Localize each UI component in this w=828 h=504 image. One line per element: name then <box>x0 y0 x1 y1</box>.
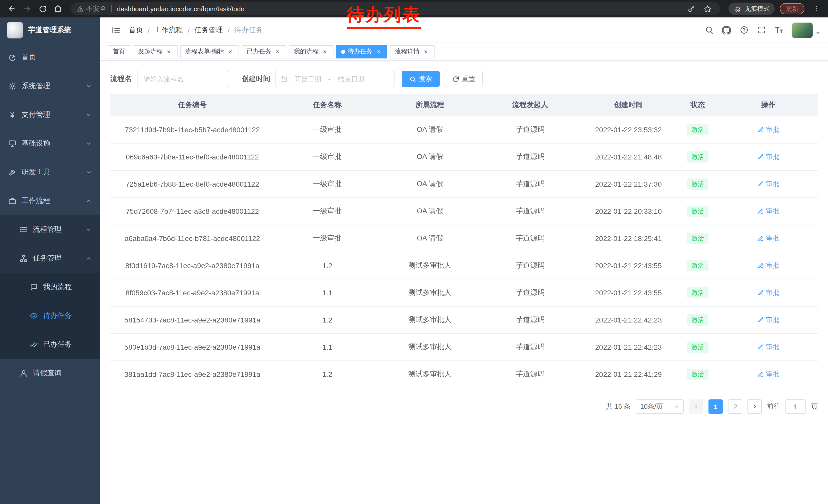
cell-actions: 审批 <box>719 198 818 225</box>
cell-task-id: 381aa1dd-7ac8-11ec-a9e2-a2380e71991a <box>110 361 275 388</box>
close-tab-icon[interactable]: × <box>165 48 172 55</box>
tab-start-process[interactable]: 发起流程 × <box>133 45 177 58</box>
page-button-2[interactable]: 2 <box>728 400 742 414</box>
approve-button[interactable]: 审批 <box>758 370 779 379</box>
page-size-select[interactable]: 10条/页 <box>636 400 684 414</box>
cell-status: 激活 <box>676 225 719 252</box>
sidebar-item-leave-query[interactable]: 请假查询 <box>0 359 100 387</box>
sidebar-collapse-icon[interactable] <box>107 21 125 39</box>
font-size-icon[interactable] <box>771 22 787 38</box>
fullscreen-icon[interactable] <box>753 22 770 38</box>
end-date-input[interactable] <box>332 75 371 83</box>
tab-done-tasks[interactable]: 已办任务 × <box>242 45 286 58</box>
avatar-caret-icon[interactable] <box>815 30 821 36</box>
approve-button[interactable]: 审批 <box>758 152 779 162</box>
close-tab-icon[interactable]: × <box>321 48 328 55</box>
approve-button[interactable]: 审批 <box>758 315 779 325</box>
prev-page-button[interactable] <box>689 400 703 414</box>
incognito-badge: 无痕模式 <box>729 3 775 15</box>
approve-button[interactable]: 审批 <box>758 234 779 243</box>
tab-todo-tasks[interactable]: 待办任务 × <box>336 45 387 58</box>
sidebar-item-task-management[interactable]: 任务管理 <box>0 244 100 273</box>
not-secure-warning[interactable]: 不安全 <box>77 4 106 13</box>
bookmark-star-icon[interactable] <box>701 2 714 15</box>
status-badge: 激活 <box>687 233 708 244</box>
approve-button[interactable]: 审批 <box>758 261 779 270</box>
sidebar-item-done-tasks[interactable]: 已办任务 <box>0 330 100 359</box>
close-tab-icon[interactable]: × <box>375 48 382 55</box>
close-tab-icon[interactable]: × <box>227 48 234 55</box>
cell-task-id: 8f059c03-7ac8-11ec-a9e2-a2380e71991a <box>110 279 275 306</box>
pencil-icon <box>758 317 764 323</box>
cell-task-name: 一级审批 <box>275 171 380 198</box>
github-icon[interactable] <box>718 22 735 38</box>
next-page-button[interactable] <box>747 400 762 414</box>
approve-button[interactable]: 审批 <box>758 179 779 189</box>
password-key-icon[interactable] <box>685 2 698 15</box>
cell-initiator: 芋道源码 <box>480 171 581 198</box>
approve-button[interactable]: 审批 <box>758 342 779 352</box>
sidebar-item-home[interactable]: 首页 <box>0 43 100 72</box>
cell-status: 激活 <box>676 306 719 333</box>
annotation-todo-list-title: 待办列表 <box>347 3 421 29</box>
cell-initiator: 芋道源码 <box>480 198 581 225</box>
start-date-input[interactable] <box>288 75 327 83</box>
sidebar-item-my-processes[interactable]: 我的流程 <box>0 273 100 302</box>
table-header-row: 任务编号 任务名称 所属流程 流程发起人 创建时间 状态 操作 <box>110 94 818 116</box>
cell-task-id: 069c6a63-7b8a-11ec-8ef0-acde48001122 <box>110 143 275 171</box>
tab-my-processes[interactable]: 我的流程 × <box>289 45 333 58</box>
header-task-id: 任务编号 <box>110 94 275 116</box>
browser-forward-icon[interactable] <box>20 2 34 15</box>
list-icon <box>19 226 28 234</box>
sidebar-item-payment-management[interactable]: 支付管理 <box>0 100 100 129</box>
sidebar-item-infrastructure[interactable]: 基础设施 <box>0 129 100 158</box>
process-name-input[interactable] <box>137 71 229 87</box>
create-time-range-picker[interactable]: - <box>276 71 395 87</box>
approve-button[interactable]: 审批 <box>758 125 779 134</box>
close-tab-icon[interactable]: × <box>422 48 429 55</box>
approve-button[interactable]: 审批 <box>758 288 779 297</box>
browser-reload-icon[interactable] <box>36 2 49 15</box>
cell-process: OA 请假 <box>380 198 480 225</box>
total-count-label: 共 16 条 <box>606 402 630 411</box>
close-tab-icon[interactable]: × <box>274 48 281 55</box>
user-avatar[interactable] <box>792 22 813 38</box>
screen: 不安全 dashboard.yudao.iocoder.cn/bpm/task/… <box>0 0 828 504</box>
breadcrumb-home[interactable]: 首页 <box>129 26 143 35</box>
browser-home-icon[interactable] <box>51 2 65 15</box>
sidebar-item-workflow[interactable]: 工作流程 <box>0 187 100 215</box>
cell-initiator: 芋道源码 <box>480 279 581 306</box>
sidebar-item-process-management[interactable]: 流程管理 <box>0 215 100 244</box>
yen-icon <box>8 111 16 119</box>
cell-task-id: 75d72608-7b7f-11ec-a3c8-acde48001122 <box>110 198 275 225</box>
sidebar-item-system-management[interactable]: 系统管理 <box>0 72 100 100</box>
search-button[interactable]: 搜索 <box>402 71 440 87</box>
browser-update-button[interactable]: 更新 <box>780 3 804 14</box>
tab-process-form-edit[interactable]: 流程表单-编辑 × <box>180 45 239 58</box>
approve-button[interactable]: 审批 <box>758 207 779 216</box>
cell-process: OA 请假 <box>380 116 480 143</box>
status-badge: 激活 <box>687 260 708 271</box>
cell-task-name: 1.1 <box>275 333 380 361</box>
reset-button[interactable]: 重置 <box>445 71 483 87</box>
breadcrumb-task-management[interactable]: 任务管理 <box>195 26 223 35</box>
tab-process-detail[interactable]: 流程详情 × <box>390 45 434 58</box>
sidebar-item-dev-tools[interactable]: 研发工具 <box>0 158 100 187</box>
page-button-1[interactable]: 1 <box>708 400 723 414</box>
goto-page-input[interactable] <box>785 400 806 414</box>
cell-actions: 审批 <box>719 171 818 198</box>
cell-actions: 审批 <box>719 225 818 252</box>
tab-home[interactable]: 首页 <box>108 45 130 58</box>
table-row: 8f0d1619-7ac8-11ec-a9e2-a2380e71991a 1.2… <box>110 252 818 279</box>
cell-created-time: 2022-01-22 20:33:10 <box>581 198 676 225</box>
pencil-icon <box>758 181 764 187</box>
task-table-body: 73211d9d-7b9b-11ec-b5b7-acde48001122 一级审… <box>110 116 818 388</box>
browser-back-icon[interactable] <box>5 2 18 15</box>
browser-menu-icon[interactable] <box>810 2 823 15</box>
cell-process: OA 请假 <box>380 171 480 198</box>
chevron-down-icon <box>673 404 679 409</box>
help-icon[interactable] <box>736 22 752 38</box>
search-icon[interactable] <box>701 22 717 38</box>
sidebar-item-todo-tasks[interactable]: 待办任务 <box>0 302 100 330</box>
breadcrumb-workflow[interactable]: 工作流程 <box>155 26 183 35</box>
